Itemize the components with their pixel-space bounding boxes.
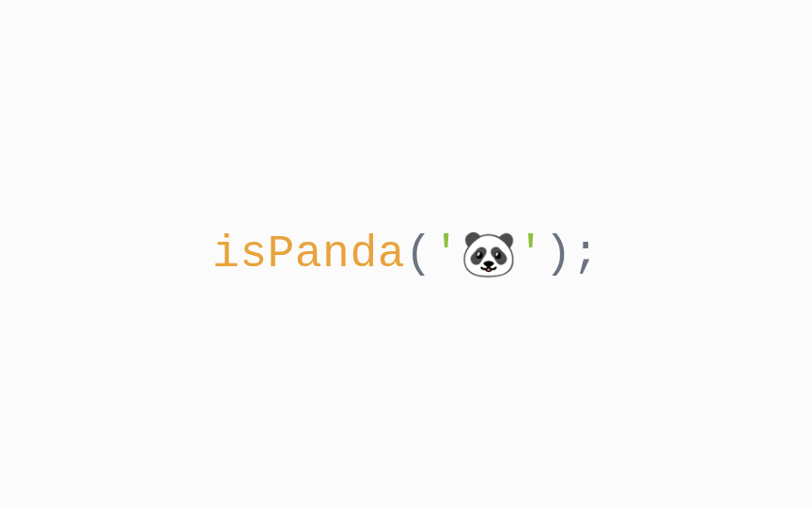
function-name-token: isPanda	[212, 229, 405, 279]
panda-emoji: 🐼	[461, 231, 518, 277]
semicolon-token: ;	[572, 229, 600, 279]
open-paren-token: (	[405, 229, 432, 279]
code-snippet: isPanda('🐼');	[212, 229, 600, 279]
close-quote-token: '	[517, 229, 544, 279]
close-paren-token: )	[544, 229, 571, 279]
open-quote-token: '	[432, 229, 460, 279]
